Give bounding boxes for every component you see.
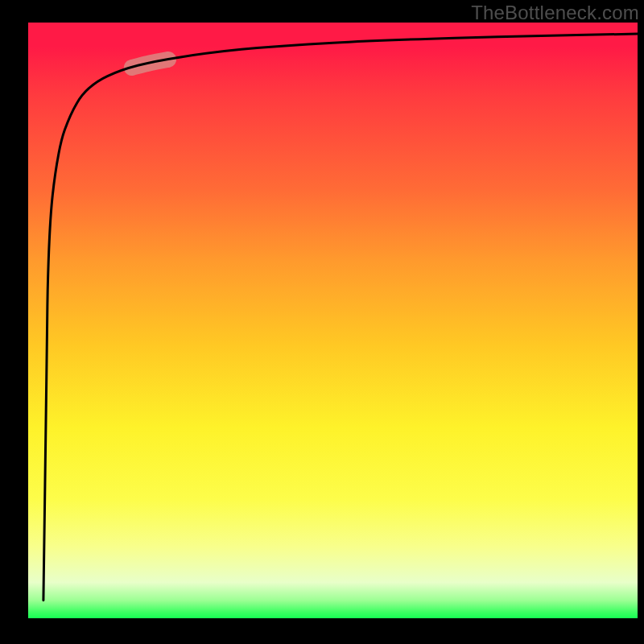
chart-frame: TheBottleneck.com <box>0 0 644 644</box>
watermark-text: TheBottleneck.com <box>471 2 639 24</box>
bottleneck-curve <box>43 34 638 601</box>
curve-layer <box>28 23 638 618</box>
